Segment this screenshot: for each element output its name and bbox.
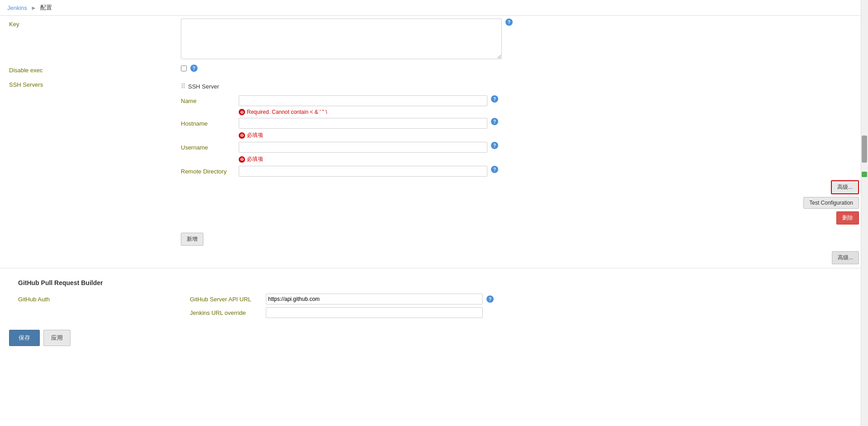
username-error-message: ⊖ 必填项 [239, 154, 859, 164]
scrollbar-track [861, 0, 868, 426]
name-error-text: Required. Cannot contain < & ' " \ [247, 109, 327, 115]
drag-handle-icon[interactable]: ⠿ [181, 83, 185, 90]
hostname-input[interactable] [239, 118, 487, 129]
github-api-url-input[interactable] [266, 294, 483, 304]
hostname-label: Hostname [181, 118, 235, 127]
disable-exec-row: Disable exec ? [0, 62, 868, 76]
test-configuration-button[interactable]: Test Configuration [803, 197, 859, 209]
divider1 [0, 268, 868, 268]
hostname-error-text: 必填项 [247, 131, 263, 139]
username-input[interactable] [239, 142, 487, 153]
key-help-icon[interactable]: ? [505, 19, 513, 26]
username-field-row: Username ? [181, 140, 859, 154]
github-api-help-icon[interactable]: ? [486, 295, 494, 303]
ssh-server-title: SSH Server [188, 83, 219, 90]
delete-button[interactable]: 删除 [836, 211, 859, 225]
breadcrumb: Jenkins ► 配置 [0, 0, 868, 16]
save-button[interactable]: 保存 [9, 330, 40, 346]
github-section: GitHub Pull Request Builder GitHub Auth … [0, 270, 868, 325]
scrollbar-indicator [862, 172, 867, 177]
advanced-button[interactable]: 高级... [831, 180, 859, 194]
key-textarea[interactable] [181, 19, 502, 59]
breadcrumb-current: 配置 [40, 4, 52, 12]
username-error-text: 必填项 [247, 155, 263, 163]
remote-dir-field-row: Remote Directory ? [181, 164, 859, 178]
name-error-icon: ⊖ [239, 109, 245, 115]
disable-exec-help-icon[interactable]: ? [190, 65, 198, 72]
username-error-icon: ⊖ [239, 156, 245, 163]
jenkins-url-label: Jenkins URL override [190, 309, 262, 316]
bottom-save-area: 保存 应用 [0, 325, 868, 351]
action-buttons-row: 高级... Test Configuration 删除 [181, 178, 859, 226]
advanced2-button[interactable]: 高级... [832, 251, 859, 264]
name-error-message: ⊖ Required. Cannot contain < & ' " \ [239, 108, 859, 116]
breadcrumb-separator: ► [31, 5, 37, 11]
github-auth-right: GitHub Server API URL ? Jenkins URL over… [190, 294, 850, 318]
main-content: Key ? Disable exec ? SSH Servers ⠿ SSH S… [0, 16, 868, 351]
username-label: Username [181, 142, 235, 151]
ssh-server-fields: Name ? ⊖ Required. Cannot contain < & ' … [181, 94, 859, 226]
scrollbar-thumb[interactable] [862, 136, 867, 163]
key-row: Key ? [0, 16, 868, 62]
hostname-field-row: Hostname ? [181, 116, 859, 131]
disable-exec-label: Disable exec [9, 65, 181, 74]
github-auth-row: GitHub Auth GitHub Server API URL ? Jenk… [9, 291, 859, 321]
github-section-title: GitHub Pull Request Builder [9, 275, 859, 291]
page-wrapper: Jenkins ► 配置 Key ? Disable exec ? SSH Se… [0, 0, 868, 426]
name-input[interactable] [239, 95, 487, 106]
apply-button[interactable]: 应用 [43, 330, 71, 346]
ssh-servers-area: ⠿ SSH Server Name ? ⊖ Required. Cannot c… [181, 79, 859, 226]
remote-dir-help-icon[interactable]: ? [491, 166, 498, 173]
remote-dir-input[interactable] [239, 166, 487, 177]
github-api-row: GitHub Server API URL ? [190, 294, 850, 304]
github-api-url-label: GitHub Server API URL [190, 296, 262, 303]
ssh-server-header: ⠿ SSH Server [181, 79, 859, 94]
username-help-icon[interactable]: ? [491, 142, 498, 149]
disable-exec-control: ? [181, 65, 859, 72]
jenkins-url-input[interactable] [266, 307, 483, 318]
github-auth-label: GitHub Auth [18, 294, 190, 303]
add-button[interactable]: 新增 [181, 233, 203, 246]
disable-exec-checkbox[interactable] [181, 66, 187, 71]
add-button-row: 新增 [0, 229, 868, 249]
ssh-servers-row: SSH Servers ⠿ SSH Server Name ? [0, 76, 868, 229]
jenkins-url-row: Jenkins URL override [190, 307, 850, 318]
name-help-icon[interactable]: ? [491, 95, 498, 103]
ssh-servers-label: SSH Servers [9, 79, 181, 88]
name-field-row: Name ? [181, 94, 859, 108]
advanced2-row: 高级... [0, 249, 868, 266]
key-label: Key [9, 19, 181, 28]
hostname-error-message: ⊖ 必填项 [239, 131, 859, 140]
hostname-help-icon[interactable]: ? [491, 118, 498, 125]
name-label: Name [181, 95, 235, 104]
breadcrumb-home[interactable]: Jenkins [7, 5, 27, 11]
hostname-error-icon: ⊖ [239, 132, 245, 139]
remote-dir-label: Remote Directory [181, 166, 235, 175]
